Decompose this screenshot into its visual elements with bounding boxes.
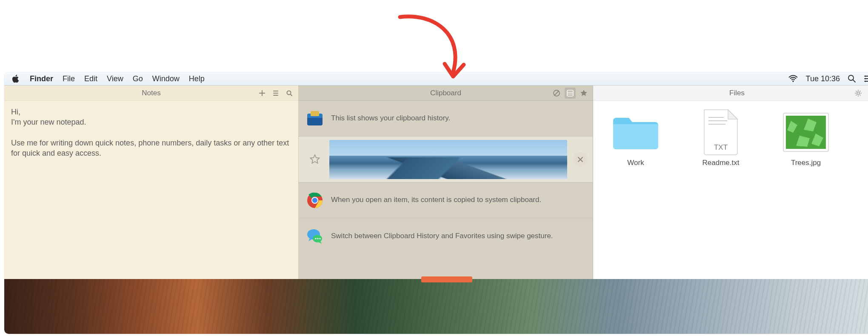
svg-text:TXT: TXT	[714, 143, 728, 151]
files-search-button[interactable]	[866, 88, 868, 99]
files-panel: Files Work	[593, 85, 868, 279]
clipboard-panel: Clipboard This list shows	[299, 85, 593, 279]
file-label: Trees.jpg	[791, 159, 821, 167]
clipboard-item-text: This list shows your clipboard history.	[331, 114, 585, 123]
svg-line-12	[554, 91, 559, 95]
clipboard-item-text: When you open an item, its content is co…	[331, 195, 585, 205]
svg-point-26	[857, 92, 859, 94]
files-body: Work TXT Readme.txt Trees.jpg	[593, 101, 868, 177]
active-app-name[interactable]: Finder	[30, 74, 53, 83]
files-title: Files	[593, 89, 868, 97]
clipboard-image-thumbnail	[329, 140, 567, 179]
text-file-icon: TXT	[696, 111, 746, 154]
dock-app-peek	[421, 276, 472, 282]
svg-point-1	[848, 75, 854, 80]
svg-point-8	[865, 80, 866, 82]
svg-point-7	[865, 78, 866, 79]
svg-line-2	[853, 80, 855, 82]
menu-go[interactable]: Go	[133, 74, 143, 83]
svg-rect-13	[567, 90, 573, 96]
svg-line-10	[291, 94, 292, 96]
clipboard-delete-button[interactable]	[573, 152, 588, 167]
notes-line: Hi,	[11, 108, 20, 116]
menubar: Finder File Edit View Go Window Help Tue…	[4, 72, 868, 85]
messages-app-icon	[306, 228, 323, 245]
clipboard-item-text: Switch between Clipboard History and Fav…	[331, 231, 585, 241]
svg-point-0	[792, 80, 794, 82]
menu-window[interactable]: Window	[152, 74, 180, 83]
chrome-app-icon	[306, 192, 323, 209]
svg-rect-17	[311, 111, 319, 116]
notes-title: Notes	[4, 89, 298, 97]
menu-view[interactable]: View	[107, 74, 123, 83]
macos-screenshot: Finder File Edit View Go Window Help Tue…	[4, 72, 868, 334]
apple-menu-icon[interactable]	[12, 74, 20, 83]
menubar-clock[interactable]: Tue 10:36	[806, 74, 840, 83]
file-item-txt[interactable]: TXT Readme.txt	[691, 111, 751, 167]
clipboard-title: Clipboard	[299, 89, 593, 97]
menu-edit[interactable]: Edit	[84, 74, 97, 83]
clipboard-image-item[interactable]	[299, 137, 593, 182]
notes-header: Notes	[4, 85, 298, 101]
clipboard-header: Clipboard	[299, 85, 593, 101]
file-item-folder[interactable]: Work	[606, 111, 665, 167]
menu-file[interactable]: File	[63, 74, 75, 83]
files-header: Files	[593, 85, 868, 101]
notes-paragraph: Use me for writing down quick notes, pho…	[11, 138, 291, 159]
menu-help[interactable]: Help	[189, 74, 205, 83]
svg-point-9	[287, 91, 291, 94]
file-item-image[interactable]: Trees.jpg	[776, 111, 836, 167]
clipboard-item[interactable]: Switch between Clipboard History and Fav…	[299, 218, 593, 254]
notes-list-button[interactable]	[270, 88, 281, 99]
notes-body[interactable]: Hi, I'm your new notepad. Use me for wri…	[4, 101, 298, 174]
file-label: Work	[627, 159, 644, 167]
notes-search-button[interactable]	[284, 88, 295, 99]
image-file-icon	[781, 111, 831, 154]
wifi-icon[interactable]	[788, 75, 798, 83]
clipboard-item[interactable]: When you open an item, its content is co…	[299, 182, 593, 218]
spotlight-search-icon[interactable]	[848, 74, 856, 83]
notification-center-icon[interactable]	[864, 75, 868, 83]
svg-point-6	[865, 75, 866, 77]
svg-point-25	[319, 238, 320, 239]
notes-line: I'm your new notepad.	[11, 118, 86, 126]
clipboard-clear-button[interactable]	[551, 88, 562, 99]
svg-point-23	[315, 238, 316, 239]
clipboard-favorites-toggle[interactable]	[578, 88, 589, 99]
file-label: Readme.txt	[702, 159, 740, 167]
svg-point-20	[312, 198, 317, 203]
notes-add-button[interactable]	[257, 88, 268, 99]
clipboard-item[interactable]: This list shows your clipboard history.	[299, 101, 593, 137]
svg-point-24	[317, 238, 318, 239]
folder-icon	[611, 111, 661, 154]
desktop-wallpaper	[4, 279, 868, 334]
favorite-star-icon[interactable]	[306, 154, 323, 165]
pocket-app-icon	[306, 110, 323, 127]
clipboard-history-toggle[interactable]	[565, 88, 576, 99]
files-settings-button[interactable]	[853, 88, 864, 99]
notes-panel: Notes Hi, I'm your new notepad.	[4, 85, 299, 279]
